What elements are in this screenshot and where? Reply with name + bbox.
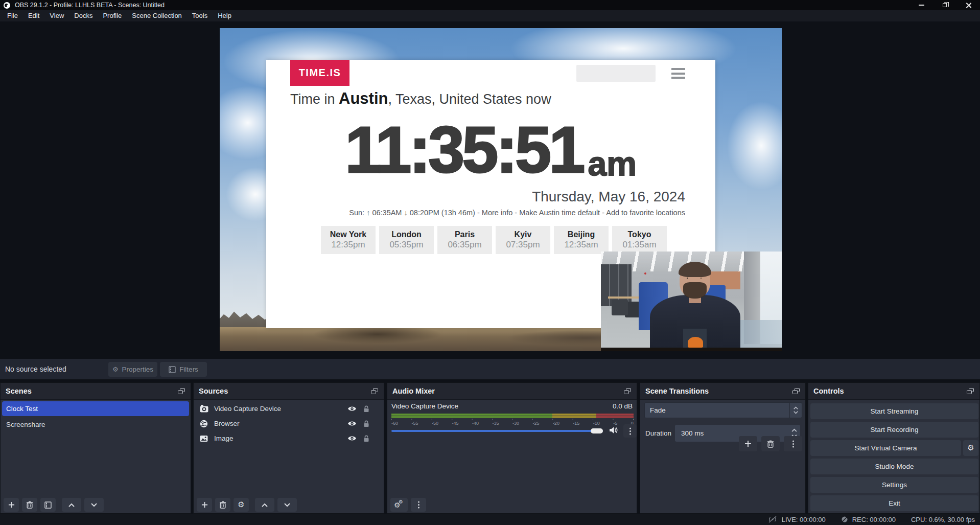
add-transition-button[interactable] — [739, 436, 757, 451]
city-name: London — [379, 230, 434, 239]
popout-icon[interactable] — [177, 387, 185, 395]
source-status-text: No source selected — [5, 365, 66, 373]
source-item-browser[interactable]: Browser — [195, 416, 382, 431]
menu-item[interactable]: Edit — [23, 10, 44, 21]
filters-button[interactable]: Filters — [160, 362, 207, 377]
add-scene-button[interactable] — [4, 498, 19, 512]
visibility-eye-icon[interactable] — [347, 405, 357, 412]
settings-button[interactable]: Settings — [810, 477, 978, 493]
move-scene-up-button[interactable] — [62, 498, 81, 512]
transition-properties-button[interactable] — [784, 436, 802, 451]
menu-item[interactable]: Tools — [187, 10, 213, 21]
db-tick-label: -5 — [613, 421, 617, 426]
chevron-down-icon — [284, 503, 290, 507]
lock-icon[interactable] — [363, 405, 369, 413]
start-recording-button[interactable]: Start Recording — [810, 422, 978, 438]
move-source-down-button[interactable] — [277, 498, 297, 512]
timeis-sun-info: Sun: ↑ 06:35AM ↓ 08:20PM (13h 46m) - Mor… — [349, 209, 685, 217]
transitions-buttons — [739, 436, 802, 451]
volume-slider-handle[interactable] — [591, 428, 603, 433]
remove-transition-button[interactable] — [761, 436, 780, 451]
sources-toolbar: ⚙ — [194, 496, 384, 513]
restore-button[interactable] — [933, 0, 956, 10]
move-source-up-button[interactable] — [255, 498, 274, 512]
db-tick-label: -10 — [593, 421, 600, 426]
globe-icon — [200, 420, 209, 428]
menu-item[interactable]: Scene Collection — [127, 10, 187, 21]
controls-dock: Controls Start Streaming Start Recording… — [808, 382, 980, 514]
add-source-button[interactable] — [197, 498, 212, 512]
mixer-channel-menu-button[interactable] — [623, 424, 637, 438]
rec-time: REC: 00:00:00 — [852, 516, 896, 523]
scene-item-screenshare[interactable]: Screenshare — [2, 417, 189, 432]
chevron-up-icon — [262, 503, 268, 507]
popout-icon[interactable] — [370, 387, 379, 395]
chevron-down-icon — [91, 503, 97, 507]
filter-icon — [169, 366, 176, 373]
close-icon — [966, 3, 971, 8]
source-item-video-capture[interactable]: Video Capture Device — [195, 401, 382, 416]
transition-select[interactable]: Fade — [644, 402, 802, 418]
city-name: Kyiv — [496, 230, 550, 239]
visibility-eye-icon[interactable] — [347, 435, 357, 442]
visibility-eye-icon[interactable] — [347, 420, 357, 427]
timeis-link: Add to favorite locations — [606, 209, 685, 217]
remove-source-button[interactable] — [215, 498, 230, 512]
db-tick-label: -20 — [553, 421, 559, 426]
mixer-toolbar: ⚙⚙ — [387, 496, 637, 513]
menu-item[interactable]: Docks — [69, 10, 98, 21]
source-item-image[interactable]: Image — [195, 431, 382, 446]
popout-icon[interactable] — [966, 387, 974, 395]
db-tick-label: -35 — [492, 421, 499, 426]
start-virtual-camera-button[interactable]: Start Virtual Camera — [810, 440, 961, 456]
properties-button[interactable]: ⚙ Properties — [108, 362, 157, 377]
hamburger-menu-icon — [671, 68, 685, 81]
start-streaming-button[interactable]: Start Streaming — [810, 403, 978, 419]
webcam-video-source[interactable] — [601, 252, 782, 351]
scene-filters-button[interactable] — [40, 498, 56, 512]
minimize-button[interactable] — [909, 0, 933, 10]
record-disc-icon — [841, 516, 848, 523]
exit-button[interactable]: Exit — [810, 495, 978, 511]
lock-icon[interactable] — [363, 435, 369, 442]
vertical-dots-icon — [792, 443, 794, 445]
timeis-date: Thursday, May 16, 2024 — [532, 189, 685, 205]
db-tick-label: -15 — [573, 421, 579, 426]
close-button[interactable] — [956, 0, 980, 10]
city-time: 12:35pm — [321, 240, 376, 250]
transition-select-spinner[interactable] — [789, 403, 802, 418]
city-time-box: Paris 06:35pm — [437, 226, 492, 254]
volume-slider[interactable] — [391, 430, 603, 432]
live-time: LIVE: 00:00:00 — [782, 516, 826, 523]
menu-item[interactable]: Help — [213, 10, 237, 21]
speaker-icon[interactable] — [609, 426, 618, 436]
city-time: 12:35am — [554, 240, 609, 250]
move-scene-down-button[interactable] — [84, 498, 104, 512]
city-time: 06:35pm — [437, 240, 492, 250]
lock-icon[interactable] — [363, 420, 369, 427]
timeis-heading: Time in Austin, Texas, United States now — [290, 89, 551, 108]
audio-mixer-header: Audio Mixer — [387, 383, 637, 400]
menu-item[interactable]: File — [2, 10, 23, 21]
preview-canvas[interactable]: TIME.IS Time in Austin, Texas, United St… — [220, 28, 782, 351]
chevron-up-icon — [791, 428, 797, 432]
popout-icon[interactable] — [792, 387, 800, 395]
popout-icon[interactable] — [623, 387, 632, 395]
meter-tick-marks — [391, 419, 634, 420]
source-properties-button[interactable]: ⚙ — [234, 498, 249, 512]
advanced-audio-button[interactable]: ⚙⚙ — [390, 498, 408, 512]
gear-icon: ⚙ — [967, 444, 974, 452]
scene-item-clock-test[interactable]: Clock Test — [2, 401, 189, 416]
chevron-up-icon — [68, 503, 75, 507]
db-tick-label: -50 — [432, 421, 438, 426]
db-tick-label: -60 — [391, 421, 398, 426]
minimize-icon — [919, 5, 924, 6]
plus-icon — [8, 501, 15, 508]
menu-item[interactable]: View — [44, 10, 69, 21]
studio-mode-button[interactable]: Studio Mode — [810, 459, 978, 474]
menu-item[interactable]: Profile — [98, 10, 127, 21]
remove-scene-button[interactable] — [22, 498, 37, 512]
virtual-camera-settings-button[interactable]: ⚙ — [963, 440, 978, 456]
status-bar: LIVE: 00:00:00 REC: 00:00:00 CPU: 0.6%, … — [0, 514, 980, 525]
mixer-menu-button[interactable] — [411, 498, 426, 512]
